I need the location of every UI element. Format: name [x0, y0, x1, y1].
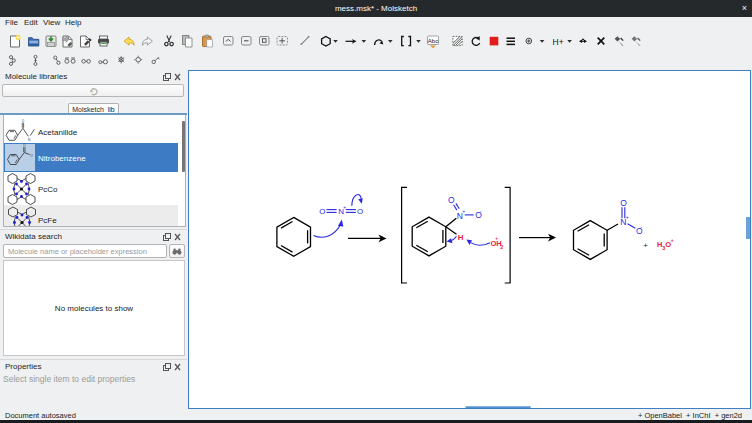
svg-text:2: 2 — [500, 244, 503, 250]
svg-text:O: O — [23, 143, 26, 147]
svg-text:O: O — [620, 198, 627, 208]
svg-text:+: + — [643, 241, 648, 250]
svg-text:+: + — [462, 208, 465, 214]
svg-text:O: O — [22, 119, 25, 123]
svg-text:N: N — [28, 138, 31, 142]
svg-text:Abc: Abc — [428, 38, 438, 44]
svg-text:+: + — [671, 237, 674, 243]
svg-text:O: O — [30, 154, 33, 158]
svg-text:H+: H+ — [553, 37, 564, 47]
svg-text:O: O — [448, 195, 455, 205]
svg-text:+: + — [626, 214, 629, 220]
svg-text:O: O — [357, 207, 363, 216]
svg-text:+: + — [495, 236, 498, 241]
svg-text:H: H — [458, 233, 464, 242]
svg-text:O: O — [319, 207, 325, 216]
